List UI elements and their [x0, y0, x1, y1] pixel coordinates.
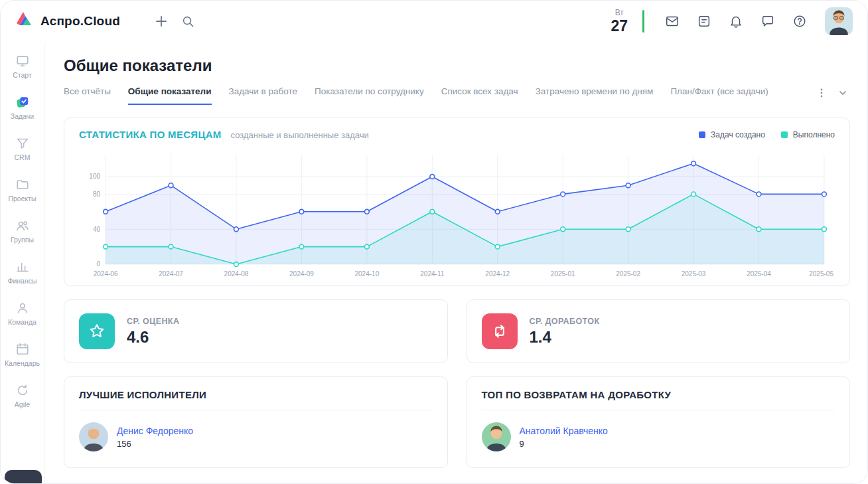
sidebar-item-label: Календарь [5, 359, 40, 367]
status-indicator-bar [642, 10, 644, 33]
sidebar-item-finance[interactable]: Финансы [1, 252, 44, 293]
svg-text:2025-05: 2025-05 [809, 270, 833, 278]
chat-icon [760, 14, 775, 29]
avatar [482, 422, 511, 451]
person-count: 9 [520, 439, 608, 449]
legend-label: Выполнено [793, 130, 835, 139]
tab-tasks-in-progress[interactable]: Задачи в работе [229, 86, 298, 105]
svg-text:100: 100 [89, 173, 100, 181]
svg-text:2025-03: 2025-03 [682, 270, 706, 278]
sidebar-item-start[interactable]: Старт [1, 46, 44, 87]
top-rework-returns-card: ТОП ПО ВОЗВРАТАМ НА ДОРАБОТКУ Анатолий [467, 376, 851, 468]
svg-text:2024-12: 2024-12 [485, 270, 510, 278]
sidebar-item-projects[interactable]: Проекты [1, 169, 44, 210]
avatar [79, 422, 108, 451]
sidebar-item-team[interactable]: Команда [1, 293, 44, 334]
legend-swatch-completed [781, 131, 788, 138]
legend-item-completed[interactable]: Выполнено [781, 130, 835, 139]
sidebar-item-calendar[interactable]: Календарь [1, 334, 44, 375]
monthly-stats-chart[interactable]: 040801002024-062024-072024-082024-092024… [79, 145, 835, 282]
tab-all-tasks-list[interactable]: Список всех задач [441, 86, 518, 105]
sidebar-item-label: Agile [15, 400, 30, 408]
help-button[interactable] [786, 8, 813, 35]
sidebar-item-label: CRM [15, 153, 31, 161]
finance-icon [15, 260, 30, 274]
svg-text:40: 40 [93, 226, 101, 233]
sidebar-item-label: Проекты [8, 195, 36, 202]
svg-text:2025-02: 2025-02 [616, 270, 640, 278]
tab-all-reports[interactable]: Все отчёты [64, 86, 111, 105]
crm-icon [15, 136, 30, 151]
star-icon [79, 313, 115, 349]
user-avatar[interactable] [825, 7, 853, 35]
add-button[interactable] [148, 8, 175, 35]
list-title: ЛУЧШИЕ ИСПОЛНИТЕЛИ [79, 389, 433, 410]
day-number: 27 [611, 19, 628, 34]
person-name-link[interactable]: Анатолий Кравченко [520, 426, 608, 436]
list-title: ТОП ПО ВОЗВРАТАМ НА ДОРАБОТКУ [482, 389, 835, 410]
stat-label: СР. ДОРАБОТОК [530, 317, 600, 326]
svg-text:80: 80 [93, 191, 101, 198]
tab-general-indicators[interactable]: Общие показатели [128, 86, 212, 105]
notifications-button[interactable] [723, 8, 749, 35]
stat-value: 1.4 [530, 328, 600, 347]
brand-name: Аспро.Cloud [40, 14, 120, 29]
sidebar-collapse-button[interactable] [5, 470, 42, 484]
sidebar-item-agile[interactable]: Agile [1, 375, 44, 416]
svg-text:2024-08: 2024-08 [224, 270, 249, 278]
person-count: 156 [117, 439, 193, 449]
sidebar-item-groups[interactable]: Группы [1, 210, 44, 252]
team-icon [15, 301, 30, 315]
list-item: Анатолий Кравченко 9 [482, 422, 835, 451]
svg-text:2024-09: 2024-09 [289, 270, 314, 278]
legend-item-created[interactable]: Задач создано [699, 130, 765, 139]
start-icon [15, 54, 30, 68]
notes-icon [697, 14, 711, 29]
brand-logo-icon [14, 10, 34, 33]
tabs-more-button[interactable] [814, 86, 829, 100]
tab-employee-indicators[interactable]: Показатели по сотруднику [315, 86, 424, 105]
sidebar-item-label: Старт [13, 71, 32, 79]
page-title: Общие показатели [64, 56, 850, 75]
tabs-collapse-button[interactable] [835, 86, 850, 100]
mail-button[interactable] [659, 8, 686, 35]
monthly-stats-card: СТАТИСТИКА ПО МЕСЯЦАМ созданные и выполн… [64, 118, 850, 286]
list-item: Денис Федоренко 156 [79, 422, 433, 451]
svg-text:2024-10: 2024-10 [354, 270, 379, 278]
sidebar-item-tasks[interactable]: Задачи [1, 87, 44, 128]
tasks-icon [15, 95, 30, 110]
repeat-icon [482, 313, 518, 349]
avg-rework-card: СР. ДОРАБОТОК 1.4 [467, 299, 851, 363]
legend-swatch-created [699, 131, 705, 138]
main-content: Общие показатели Все отчёты Общие показа… [44, 42, 867, 483]
help-icon [792, 14, 807, 29]
stat-label: СР. ОЦЕНКА [127, 317, 179, 326]
legend-label: Задач создано [711, 130, 765, 139]
sidebar-item-label: Команда [8, 318, 36, 326]
best-performers-card: ЛУЧШИЕ ИСПОЛНИТЕЛИ Денис Федоренко [64, 376, 448, 468]
tab-plan-fact[interactable]: План/Факт (все задачи) [670, 86, 768, 105]
sidebar: Старт Задачи CRM Проекты Групп [1, 42, 44, 483]
app-window: Аспро.Cloud Вт 27 [0, 0, 868, 484]
notes-button[interactable] [691, 8, 717, 35]
svg-text:0: 0 [97, 261, 101, 268]
kebab-menu-icon [816, 88, 827, 98]
tab-time-spent-by-day[interactable]: Затрачено времени по дням [536, 86, 654, 105]
person-name-link[interactable]: Денис Федоренко [117, 426, 193, 436]
search-button[interactable] [175, 8, 201, 35]
plus-icon [155, 15, 168, 28]
sidebar-item-crm[interactable]: CRM [1, 128, 44, 169]
svg-text:2025-04: 2025-04 [747, 270, 771, 278]
agile-icon [15, 383, 30, 398]
bell-icon [729, 14, 743, 29]
chat-button[interactable] [755, 8, 781, 35]
groups-icon [15, 218, 30, 233]
brand[interactable]: Аспро.Cloud [14, 10, 120, 33]
svg-text:2024-11: 2024-11 [420, 270, 444, 278]
sidebar-item-label: Финансы [7, 277, 36, 285]
projects-icon [15, 177, 30, 192]
mail-icon [665, 14, 680, 29]
calendar-date[interactable]: Вт 27 [611, 9, 628, 34]
svg-text:2024-06: 2024-06 [94, 270, 118, 278]
search-icon [181, 15, 194, 28]
